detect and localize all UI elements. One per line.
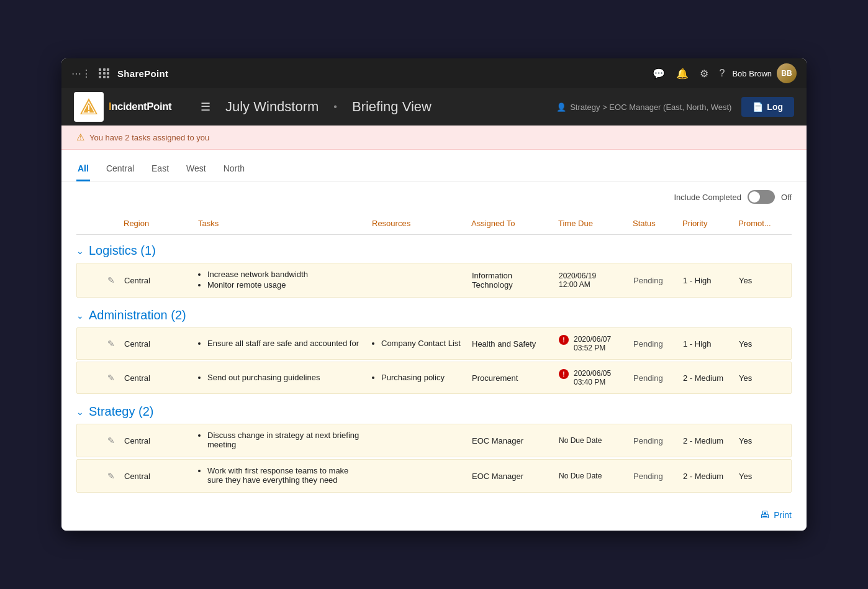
- row-promote: Yes: [735, 337, 785, 351]
- task-item: Send out purchasing guidelines: [207, 373, 365, 382]
- tab-all[interactable]: All: [76, 160, 90, 181]
- breadcrumb: 👤 Strategy > EOC Manager (East, North, W…: [556, 103, 731, 112]
- page-footer: 🖶 Print: [61, 505, 807, 531]
- row-status: Pending: [630, 337, 679, 351]
- edit-icon[interactable]: ✎: [102, 370, 120, 385]
- row-resources: Purchasing policy: [369, 370, 468, 386]
- alert-banner: ⚠ You have 2 tasks assigned to you: [61, 126, 807, 150]
- header-view-label: Briefing View: [352, 99, 432, 115]
- row-time-due: ! 2020/06/0703:52 PM: [555, 332, 630, 355]
- include-completed-toggle[interactable]: [748, 190, 775, 204]
- task-item: Increase network bandwidth: [207, 270, 365, 279]
- row-assigned-to: Procurement: [468, 371, 555, 385]
- table-row: ✎ Central Work with first response teams…: [76, 459, 792, 493]
- row-tasks: Send out purchasing guidelines: [195, 370, 369, 386]
- tab-central[interactable]: Central: [105, 160, 135, 181]
- logistics-title: Logistics (1): [89, 244, 156, 258]
- row-promote: Yes: [735, 434, 785, 448]
- section-header-strategy: ⌄ Strategy (2): [76, 396, 792, 424]
- row-tasks: Work with first response teams to make s…: [195, 463, 369, 488]
- settings-icon[interactable]: ⚙: [700, 68, 708, 80]
- row-spacer: [77, 473, 102, 478]
- row-priority: 2 - Medium: [679, 469, 735, 483]
- row-spacer: [77, 438, 102, 443]
- row-promote: Yes: [735, 273, 785, 288]
- table-row: ✎ Central Increase network bandwidth Mon…: [76, 263, 792, 298]
- log-button[interactable]: 📄 Log: [741, 97, 794, 117]
- row-spacer: [77, 278, 102, 283]
- overdue-icon: !: [559, 335, 569, 345]
- col-edit: [101, 216, 120, 231]
- user-name-label: Bob Brown: [732, 69, 772, 78]
- logo-box: [74, 92, 104, 122]
- row-resources: Company Contact List: [369, 336, 468, 352]
- section-header-administration: ⌄ Administration (2): [76, 299, 792, 327]
- edit-icon[interactable]: ✎: [102, 336, 120, 351]
- print-button[interactable]: 🖶 Print: [760, 509, 792, 521]
- main-content: All Central East West North Include Comp…: [61, 150, 807, 531]
- col-chevron: [76, 216, 101, 231]
- row-assigned-to: Information Technology: [468, 268, 555, 292]
- logistics-chevron[interactable]: ⌄: [76, 246, 84, 256]
- row-assigned-to: EOC Manager: [468, 434, 555, 448]
- hamburger-menu[interactable]: ☰: [196, 98, 215, 116]
- edit-icon[interactable]: ✎: [102, 273, 120, 288]
- col-priority: Priority: [679, 216, 735, 231]
- log-icon: 📄: [753, 102, 763, 112]
- row-status: Pending: [630, 434, 679, 448]
- resource-item: Company Contact List: [381, 339, 464, 348]
- row-time-due: 2020/06/1912:00 AM: [555, 269, 630, 291]
- tabs-row: All Central East West North: [61, 150, 807, 181]
- strategy-chevron[interactable]: ⌄: [76, 407, 84, 417]
- chat-icon[interactable]: 💬: [653, 68, 665, 80]
- print-label: Print: [774, 510, 792, 520]
- row-resources: [369, 278, 468, 283]
- app-grid-icon[interactable]: [99, 68, 110, 78]
- row-tasks: Discuss change in strategy at next brief…: [195, 428, 369, 453]
- controls-row: Include Completed Off: [61, 181, 807, 212]
- app-header: IncidentPoint ☰ July Windstorm • Briefin…: [61, 88, 807, 126]
- tab-west[interactable]: West: [185, 160, 207, 181]
- resource-item: Purchasing policy: [381, 373, 464, 382]
- edit-icon[interactable]: ✎: [102, 433, 120, 448]
- table-row: ✎ Central Ensure all staff are safe and …: [76, 327, 792, 360]
- col-resources: Resources: [368, 216, 468, 231]
- avatar[interactable]: BB: [777, 63, 797, 83]
- header-incident-title: July Windstorm: [225, 99, 319, 115]
- col-assigned-to: Assigned To: [468, 216, 554, 231]
- avatar-initials: BB: [781, 69, 792, 78]
- tab-north[interactable]: North: [222, 160, 246, 181]
- col-status: Status: [629, 216, 679, 231]
- row-tasks: Ensure all staff are safe and accounted …: [195, 336, 369, 352]
- edit-icon[interactable]: ✎: [102, 468, 120, 483]
- col-tasks: Tasks: [194, 216, 368, 231]
- logo-svg: [78, 96, 100, 118]
- row-tasks: Increase network bandwidth Monitor remot…: [195, 267, 369, 293]
- task-item: Work with first response teams to make s…: [207, 466, 365, 485]
- row-status: Pending: [630, 273, 679, 288]
- bell-icon[interactable]: 🔔: [676, 68, 689, 80]
- waffle-icon[interactable]: ⋯⋮: [71, 68, 91, 80]
- tab-east[interactable]: East: [150, 160, 170, 181]
- administration-chevron[interactable]: ⌄: [76, 311, 84, 321]
- help-icon[interactable]: ?: [720, 68, 725, 79]
- logo-area: IncidentPoint: [74, 92, 186, 122]
- overdue-icon: !: [559, 369, 569, 379]
- toggle-knob: [749, 191, 760, 203]
- app-name-label: SharePoint: [117, 68, 168, 79]
- breadcrumb-people-icon: 👤: [556, 103, 566, 112]
- row-region: Central: [120, 434, 195, 448]
- user-section: Bob Brown BB: [732, 63, 797, 83]
- row-spacer: [77, 341, 102, 346]
- row-promote: Yes: [735, 469, 785, 483]
- breadcrumb-text: Strategy > EOC Manager (East, North, Wes…: [570, 103, 731, 112]
- row-time-due: No Due Date: [555, 434, 630, 447]
- header-dot: •: [333, 101, 337, 112]
- row-region: Central: [120, 371, 195, 385]
- administration-title: Administration (2): [89, 308, 186, 322]
- toggle-off-label: Off: [781, 193, 792, 202]
- include-completed-label: Include Completed: [674, 193, 741, 202]
- svg-point-3: [88, 111, 90, 113]
- time-value: 2020/06/0703:52 PM: [574, 335, 611, 352]
- section-header-logistics: ⌄ Logistics (1): [76, 235, 792, 263]
